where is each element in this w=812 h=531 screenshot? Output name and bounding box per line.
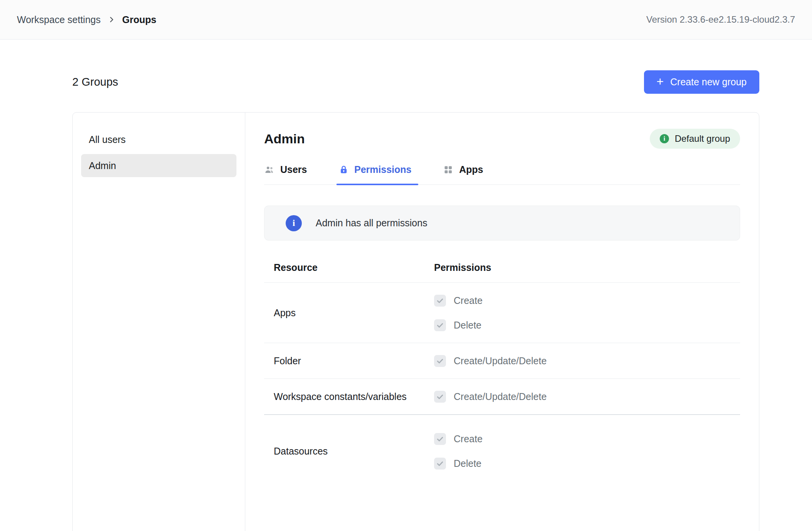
default-group-badge-label: Default group [675, 133, 730, 144]
permissions-table-header: Resource Permissions [264, 262, 740, 283]
sidebar-item-all-users[interactable]: All users [81, 128, 236, 151]
check-icon [436, 460, 444, 467]
resource-label: Datasources [264, 446, 434, 457]
permission-label: Delete [454, 320, 481, 331]
default-group-badge: i Default group [650, 129, 740, 149]
check-icon [436, 297, 444, 304]
group-tabs: Users Permissions [264, 162, 740, 185]
info-icon: i [286, 215, 302, 231]
create-new-group-button[interactable]: + Create new group [644, 70, 759, 94]
breadcrumb-workspace-settings[interactable]: Workspace settings [17, 14, 101, 25]
checkbox-datasources-create[interactable] [434, 433, 446, 445]
lock-icon [339, 164, 349, 175]
permission-apps-create: Create [434, 291, 740, 310]
group-detail-panel: Admin i Default group [245, 113, 759, 531]
checkbox-constants-cud[interactable] [434, 391, 446, 403]
permissions-table: Resource Permissions Apps Create [264, 262, 740, 481]
tab-users-label: Users [280, 164, 307, 175]
table-row-folder: Folder Create/Update/Delete [264, 343, 740, 379]
permission-folder-cud: Create/Update/Delete [434, 352, 740, 370]
permission-label: Create/Update/Delete [454, 391, 547, 402]
table-row-workspace-constants: Workspace constants/variables Create/Upd… [264, 379, 740, 415]
permission-label: Create [454, 295, 483, 306]
check-icon [436, 393, 444, 400]
tab-apps-label: Apps [459, 164, 483, 175]
checkbox-folder-cud[interactable] [434, 355, 446, 367]
resource-label: Apps [264, 307, 434, 319]
permission-apps-delete: Delete [434, 316, 740, 334]
apps-grid-icon [443, 164, 453, 175]
groups-page: 2 Groups + Create new group All users Ad… [0, 70, 812, 531]
permission-label: Create/Update/Delete [454, 355, 547, 367]
checkbox-apps-create[interactable] [434, 295, 446, 307]
groups-toolbar: 2 Groups + Create new group [72, 70, 759, 94]
permission-datasources-create: Create [434, 430, 740, 448]
tab-users[interactable]: Users [264, 162, 309, 184]
permission-label: Create [454, 433, 483, 445]
table-row-apps: Apps Create Delete [264, 283, 740, 343]
breadcrumb: Workspace settings Groups [17, 14, 156, 25]
tab-apps[interactable]: Apps [443, 162, 485, 184]
permissions-info-banner: i Admin has all permissions [264, 206, 740, 241]
info-banner-text: Admin has all permissions [316, 217, 427, 229]
resource-label: Folder [264, 355, 434, 367]
resource-label: Workspace constants/variables [264, 391, 434, 402]
groups-card: All users Admin Admin i Default group [72, 112, 759, 531]
groups-count: 2 Groups [72, 76, 118, 88]
group-title: Admin [264, 131, 305, 146]
resource-column-header: Resource [264, 262, 434, 273]
permission-datasources-delete: Delete [434, 454, 740, 473]
checkbox-apps-delete[interactable] [434, 319, 446, 331]
version-label: Version 2.33.6-ee2.15.19-cloud2.3.7 [646, 14, 795, 25]
create-new-group-label: Create new group [670, 76, 747, 88]
tab-permissions-label: Permissions [354, 164, 412, 175]
chevron-right-icon [108, 16, 115, 23]
plus-icon: + [657, 75, 664, 88]
checkbox-datasources-delete[interactable] [434, 458, 446, 470]
sidebar-item-admin[interactable]: Admin [81, 154, 236, 177]
info-icon: i [660, 134, 669, 143]
permission-constants-cud: Create/Update/Delete [434, 387, 740, 406]
permissions-column-header: Permissions [434, 262, 740, 273]
permission-label: Delete [454, 458, 481, 469]
breadcrumb-groups: Groups [122, 14, 156, 25]
check-icon [436, 357, 444, 365]
check-icon [436, 322, 444, 329]
group-list-sidebar: All users Admin [73, 113, 245, 531]
check-icon [436, 435, 444, 443]
tab-permissions[interactable]: Permissions [339, 162, 413, 184]
top-bar: Workspace settings Groups Version 2.33.6… [0, 0, 812, 40]
group-detail-header: Admin i Default group [264, 129, 740, 149]
table-row-datasources: Datasources Create Delete [264, 421, 740, 481]
users-icon [264, 164, 275, 175]
